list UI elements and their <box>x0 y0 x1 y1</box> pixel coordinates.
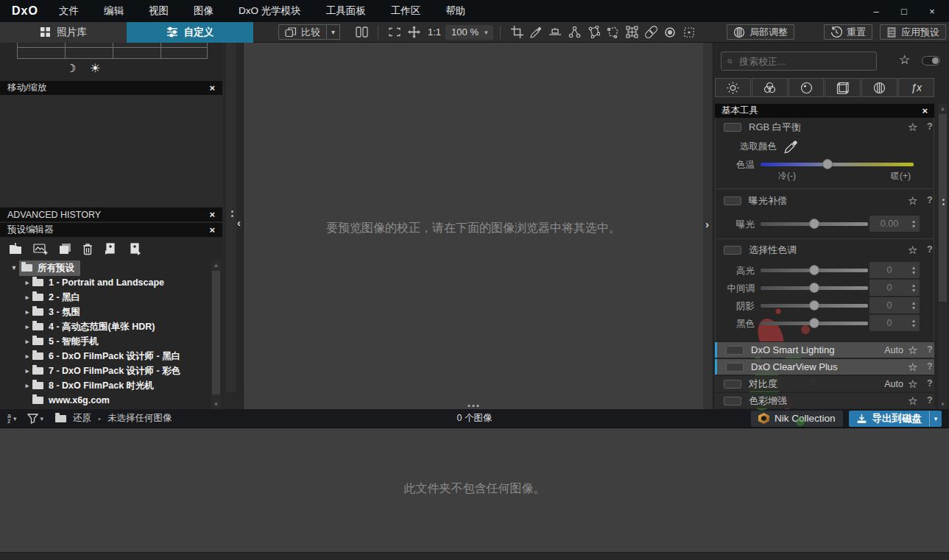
clearview-plus-row[interactable]: DxO ClearView Plus ☆ ? <box>715 358 934 375</box>
tree-row[interactable]: ▸ 7 - DxO FilmPack 设计师 - 彩色 <box>0 364 222 378</box>
contrast-row[interactable]: 对比度 Auto ☆ ? <box>715 375 934 391</box>
color-rendering-checkbox[interactable] <box>724 397 741 405</box>
help-icon[interactable]: ? <box>927 195 933 205</box>
blacks-slider-track[interactable] <box>761 322 868 325</box>
highlights-slider-handle[interactable] <box>809 265 819 275</box>
local-adjustments-button[interactable]: 局部调整 <box>727 24 794 40</box>
search-input[interactable] <box>738 55 870 68</box>
right-panel-scrollbar[interactable]: ▲ ▼ <box>938 104 948 409</box>
tree-collapse-icon[interactable]: ▸ <box>22 294 32 301</box>
midtones-value-box[interactable]: 0▴▾ <box>869 280 920 296</box>
export-to-disk-button[interactable]: 导出到磁盘 <box>849 411 930 427</box>
tree-collapse-icon[interactable]: ▸ <box>22 338 32 345</box>
tab-local-adjustments[interactable] <box>861 78 897 97</box>
menu-workspace[interactable]: 工作区 <box>391 4 421 18</box>
help-icon[interactable]: ? <box>927 344 933 355</box>
apply-preset-button[interactable]: 应用预设 <box>880 24 946 40</box>
scrollbar-thumb[interactable] <box>939 114 947 302</box>
close-icon[interactable]: × <box>209 224 215 235</box>
restore-label[interactable]: 还原 <box>73 412 91 425</box>
shadow-clipping-icon[interactable]: ☽ <box>66 62 76 75</box>
favorite-star-icon[interactable]: ☆ <box>908 378 917 391</box>
white-balance-picker-button[interactable] <box>526 24 546 41</box>
filmstrip-splitter-handle[interactable] <box>468 405 479 407</box>
scroll-up-icon[interactable]: ▲ <box>211 262 221 269</box>
tree-row[interactable]: ▸ 3 - 氛围 <box>0 305 222 319</box>
tree-collapse-icon[interactable]: ▸ <box>22 382 32 389</box>
stepper-icon[interactable]: ▴▾ <box>909 283 920 293</box>
tab-customize[interactable]: 自定义 <box>127 22 253 43</box>
sort-button[interactable]: az ▾ <box>7 414 17 424</box>
tab-light[interactable] <box>715 78 751 97</box>
repair-tool-button[interactable] <box>641 24 660 41</box>
tree-expand-icon[interactable]: ▼ <box>9 264 19 272</box>
crop-tool-button[interactable] <box>507 24 526 41</box>
stepper-icon[interactable]: ▴▾ <box>909 265 920 275</box>
exposure-checkbox[interactable] <box>724 196 741 205</box>
midtones-slider-track[interactable] <box>761 286 868 290</box>
collapse-left-panel-icon[interactable]: ‹ <box>237 216 241 229</box>
favorite-star-icon[interactable]: ☆ <box>908 194 917 208</box>
help-icon[interactable]: ? <box>927 395 933 405</box>
create-preset-icon[interactable] <box>33 243 48 255</box>
export-sidecar-icon[interactable] <box>128 243 141 255</box>
help-icon[interactable]: ? <box>927 244 933 255</box>
tree-collapse-icon[interactable]: ▸ <box>22 308 32 316</box>
highlights-slider-track[interactable] <box>761 269 868 272</box>
search-corrections-box[interactable] <box>721 52 877 71</box>
tab-color[interactable] <box>752 78 788 97</box>
zoom-level-select[interactable]: 100 % ▾ <box>445 25 493 40</box>
pan-button[interactable] <box>404 24 423 41</box>
shadows-slider-track[interactable] <box>761 304 868 308</box>
perspective-tool-button[interactable] <box>622 24 641 41</box>
exposure-value-box[interactable]: 0.00 ▴▾ <box>869 216 920 232</box>
horizon-tool-button[interactable] <box>546 24 565 41</box>
export-options-dropdown[interactable]: ▾ <box>929 411 942 427</box>
red-eye-tool-button[interactable] <box>660 24 680 41</box>
view-options-tool-button[interactable] <box>680 24 699 41</box>
tree-row[interactable]: ▸ 8 - DxO FilmPack 时光机 <box>0 378 222 393</box>
smart-lighting-checkbox[interactable] <box>726 346 744 355</box>
help-icon[interactable]: ? <box>927 378 933 389</box>
compare-button[interactable]: 比较 <box>278 24 327 40</box>
tree-root-row[interactable]: ▼ 所有预设 <box>0 260 222 275</box>
tab-effects[interactable]: ƒx <box>898 78 934 97</box>
help-icon[interactable]: ? <box>927 361 933 372</box>
filter-button[interactable]: ▾ <box>27 414 44 424</box>
tree-row[interactable]: ▸ 4 - 高动态范围(单张 HDR) <box>0 319 222 334</box>
favorite-star-icon[interactable]: ☆ <box>908 361 917 374</box>
highlights-value-box[interactable]: 0▴▾ <box>869 262 920 278</box>
favorite-star-icon[interactable]: ☆ <box>908 394 917 408</box>
left-panel-splitter[interactable]: ‹ <box>222 43 243 409</box>
highlight-clipping-icon[interactable]: ☀ <box>90 61 100 75</box>
menu-tool-panels[interactable]: 工具面板 <box>326 4 366 18</box>
close-button[interactable]: × <box>927 6 937 17</box>
color-picker-icon[interactable] <box>784 140 798 154</box>
shadows-slider-handle[interactable] <box>809 300 819 311</box>
menu-help[interactable]: 帮助 <box>445 4 465 18</box>
help-icon[interactable]: ? <box>927 121 933 132</box>
menu-file[interactable]: 文件 <box>59 4 79 18</box>
favorites-filter-icon[interactable]: ☆ <box>899 52 910 68</box>
blacks-slider-handle[interactable] <box>809 318 819 328</box>
tab-detail[interactable] <box>789 78 825 97</box>
minimize-button[interactable]: – <box>871 6 881 17</box>
import-preset-icon[interactable] <box>9 243 22 255</box>
favorite-star-icon[interactable]: ☆ <box>908 244 917 257</box>
tree-row[interactable]: ▸ 2 - 黑白 <box>0 290 222 305</box>
stepper-icon[interactable]: ▴▾ <box>909 300 920 311</box>
close-icon[interactable]: × <box>209 209 215 220</box>
maximize-button[interactable]: □ <box>899 6 909 17</box>
temperature-slider-handle[interactable] <box>822 159 833 169</box>
menu-image[interactable]: 图像 <box>194 4 214 18</box>
auto-mask-tool-button[interactable] <box>603 24 622 41</box>
midtones-slider-handle[interactable] <box>809 283 819 293</box>
import-sidecar-icon[interactable] <box>104 243 117 255</box>
close-icon[interactable]: × <box>922 105 928 116</box>
tab-geometry[interactable] <box>825 78 861 97</box>
blacks-value-box[interactable]: 0▴▾ <box>869 315 920 331</box>
tree-collapse-icon[interactable]: ▸ <box>22 367 32 375</box>
scrollbar-thumb[interactable] <box>212 271 220 394</box>
scroll-down-icon[interactable]: ▼ <box>211 401 221 408</box>
split-view-button[interactable] <box>352 24 371 41</box>
